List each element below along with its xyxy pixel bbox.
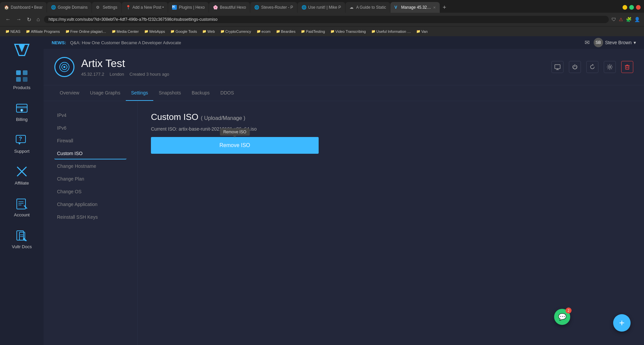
tab-favicon-9: ☁ <box>350 5 354 10</box>
tab-title-9: A Guide to Static <box>356 5 386 10</box>
svg-point-28 <box>63 66 65 68</box>
bookmark-icon: 📁 <box>5 29 9 33</box>
sidebar-item-products[interactable]: Products <box>0 65 44 94</box>
browser-tab-5[interactable]: H Plugins | Hexo <box>168 2 209 13</box>
bookmark-icon: 📁 <box>112 29 116 33</box>
tab-favicon-1: 🏠 <box>4 5 9 10</box>
bookmark-web[interactable]: 📁 Web <box>200 29 217 34</box>
reload-button[interactable]: ↻ <box>25 16 33 23</box>
bookmark-crypto[interactable]: 📁 CryptoCurrency <box>218 29 253 34</box>
change-hostname-label: Change Hostname <box>57 163 96 169</box>
settings-menu-change-plan[interactable]: Change Plan <box>54 173 126 185</box>
browser-tab-3[interactable]: ⚙ Settings <box>92 2 121 13</box>
sidebar-item-support[interactable]: ? Support <box>0 129 44 158</box>
settings-menu-change-hostname[interactable]: Change Hostname <box>54 160 126 172</box>
maximize-button[interactable] <box>629 5 634 10</box>
browser-tab-4[interactable]: 📍 Add a New Post • <box>122 2 168 13</box>
settings-menu-ipv6[interactable]: IPv6 <box>54 122 126 134</box>
tab-ddos-label: DDOS <box>220 90 234 95</box>
settings-menu-change-application[interactable]: Change Application <box>54 198 126 210</box>
window-controls <box>623 5 644 10</box>
tab-overview[interactable]: Overview <box>54 85 85 101</box>
browser-tab-2[interactable]: 🌐 Google Domains <box>47 2 92 13</box>
settings-menu-firewall[interactable]: Firewall <box>54 135 126 147</box>
settings-menu-custom-iso[interactable]: Custom ISO <box>54 147 126 159</box>
bookmark-video[interactable]: 📁 Video Transcribing <box>328 29 368 34</box>
bookmark-affiliate-programs[interactable]: 📁 Affiliate Programs <box>24 29 62 34</box>
tab-favicon-3: ⚙ <box>96 5 101 10</box>
restart-button[interactable] <box>586 61 598 73</box>
user-menu[interactable]: SB Steve Brown ▾ <box>594 38 636 47</box>
console-button[interactable] <box>551 61 564 73</box>
delete-button[interactable] <box>621 61 633 73</box>
sidebar-item-affiliate[interactable]: Affiliate <box>0 160 44 190</box>
bookmark-icon: 📁 <box>202 29 206 33</box>
settings-gear-button[interactable] <box>604 61 616 73</box>
bookmark-plagiarism[interactable]: 📁 Free Online plagiari… <box>63 29 108 34</box>
mail-icon[interactable]: ✉ <box>585 39 590 46</box>
sidebar-item-billing[interactable]: $ Billing <box>0 97 44 126</box>
svg-rect-2 <box>16 70 21 75</box>
browser-tab-1[interactable]: 🏠 Dashboard • Bear <box>0 2 47 13</box>
browser-tab-9[interactable]: ☁ A Guide to Static <box>345 2 390 13</box>
settings-menu-reinstall-ssh[interactable]: Reinstall SSH Keys <box>54 211 126 223</box>
bookmark-useful[interactable]: 📁 Useful Information … <box>369 29 413 34</box>
settings-menu-change-os[interactable]: Change OS <box>54 186 126 198</box>
bookmark-ecom[interactable]: 📁 ecom <box>255 29 273 34</box>
svg-marker-12 <box>18 143 21 145</box>
server-icon <box>54 57 74 77</box>
custom-iso-menu-label: Custom ISO <box>57 151 83 156</box>
bookmark-google-tools[interactable]: 📁 Google Tools <box>168 29 199 34</box>
bookmark-beardies[interactable]: 📁 Beardies <box>274 29 298 34</box>
vultr-logo[interactable] <box>13 42 30 58</box>
power-button[interactable] <box>569 61 581 73</box>
server-ip: 45.32.177.2 <box>81 72 104 77</box>
support-label: Support <box>14 149 30 154</box>
bookmark-van[interactable]: 📁 Van <box>414 29 430 34</box>
add-fab-button[interactable]: + <box>613 314 631 332</box>
upload-manage-link[interactable]: ( Upload/Manage ) <box>201 115 246 121</box>
tab-ddos[interactable]: DDOS <box>215 85 239 101</box>
tab-snapshots[interactable]: Snapshots <box>153 85 186 101</box>
chat-bubble-button[interactable]: 💬 2 <box>554 309 570 325</box>
settings-menu-ipv4[interactable]: IPv4 <box>54 109 126 121</box>
minimize-button[interactable] <box>623 5 627 10</box>
remove-iso-button[interactable]: Remove ISO <box>151 137 319 154</box>
chevron-down-icon: ▾ <box>634 40 636 45</box>
browser-tab-10[interactable]: V Manage 45.32… ✕ <box>390 2 440 13</box>
address-input[interactable] <box>44 16 609 23</box>
bookmark-media[interactable]: 📁 Media Center <box>110 29 141 34</box>
settings-content: IPv4 IPv6 Firewall Custom ISO Change Hos… <box>44 101 644 345</box>
bookmark-webapps[interactable]: 📁 WebApps <box>142 29 167 34</box>
bookmark-label: ecom <box>262 29 271 33</box>
forward-button[interactable]: → <box>15 16 23 23</box>
server-created: Created 3 hours ago <box>129 72 169 77</box>
bookmark-neas[interactable]: 📁 NEAS <box>3 29 22 34</box>
tab-settings[interactable]: Settings <box>126 85 154 101</box>
bookmark-paidtesting[interactable]: 📁 PaidTesting <box>299 29 327 34</box>
bookmark-label: WebApps <box>149 29 165 33</box>
chat-bubble-container: 💬 2 <box>591 319 607 335</box>
tab-title-4: Add a New Post • <box>132 5 164 10</box>
reinstall-ssh-label: Reinstall SSH Keys <box>57 214 98 220</box>
sidebar-item-docs[interactable]: Vultr Docs <box>0 224 44 253</box>
browser-tab-7[interactable]: 🌐 Steves-Router - P <box>250 2 297 13</box>
ipv6-label: IPv6 <box>57 125 66 131</box>
server-header: Artix Test 45.32.177.2 London Created 3 … <box>44 49 644 85</box>
back-button[interactable]: ← <box>4 16 12 23</box>
browser-tab-8[interactable]: 🌐 Use runit! | Mike P <box>298 2 345 13</box>
close-button[interactable] <box>636 5 641 10</box>
home-button[interactable]: ⌂ <box>35 16 41 23</box>
bookmark-label: Van <box>421 29 428 33</box>
tab-title-2: Google Domains <box>58 5 88 10</box>
browser-tab-6[interactable]: 🌸 Beautiful Hexo <box>209 2 250 13</box>
firewall-label: Firewall <box>57 138 73 143</box>
svg-rect-3 <box>23 70 28 75</box>
tab-backups[interactable]: Backups <box>186 85 215 101</box>
sidebar-item-account[interactable]: Account <box>0 192 44 221</box>
tab-close-icon[interactable]: ✕ <box>433 6 436 9</box>
server-info: Artix Test 45.32.177.2 London Created 3 … <box>81 57 169 77</box>
tab-usage-graphs[interactable]: Usage Graphs <box>85 85 125 101</box>
top-bar: ✉ SB Steve Brown ▾ <box>585 38 636 47</box>
new-tab-button[interactable]: + <box>440 4 449 11</box>
